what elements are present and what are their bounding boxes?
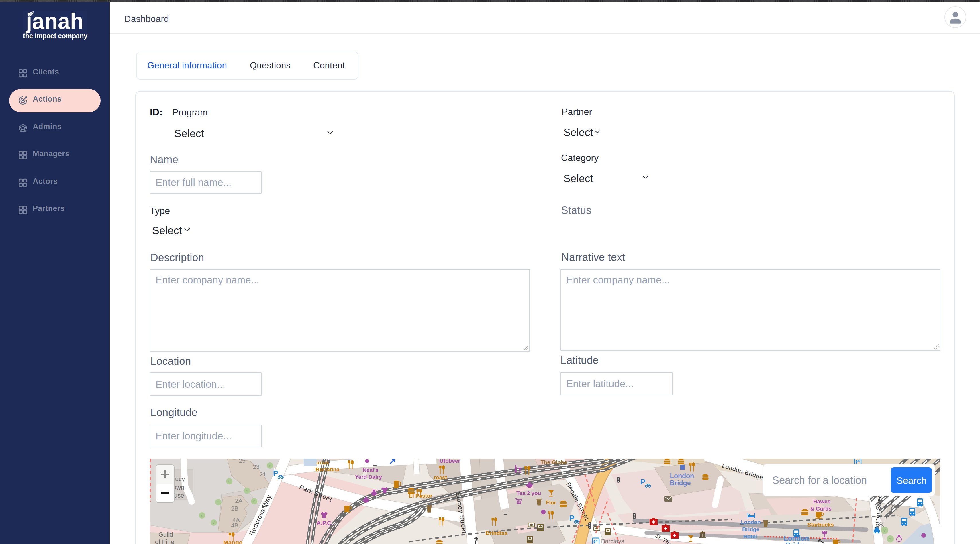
- svg-text:London: London: [670, 472, 694, 480]
- svg-text:London: London: [741, 519, 761, 525]
- svg-text:Barrafina: Barrafina: [315, 466, 340, 473]
- svg-text:Bridge: Bridge: [742, 526, 759, 532]
- svg-text:2B: 2B: [231, 505, 239, 512]
- svg-text:The Globe: The Globe: [541, 459, 567, 465]
- svg-text:Utobeer: Utobeer: [439, 459, 460, 464]
- svg-text:ucy: ucy: [175, 475, 185, 482]
- svg-text:Bridge: Bridge: [670, 479, 691, 487]
- svg-text:Hotel: Hotel: [743, 533, 757, 539]
- svg-text:21: 21: [259, 471, 266, 477]
- svg-text:Bridge: Bridge: [786, 541, 807, 544]
- svg-text:own: own: [173, 484, 184, 491]
- svg-text:Guild: Guild: [159, 531, 173, 538]
- svg-text:2A: 2A: [235, 497, 242, 504]
- svg-text:Flor: Flor: [546, 500, 556, 506]
- svg-text:4B: 4B: [231, 522, 239, 528]
- svg-text:Search for a location: Search for a location: [772, 474, 867, 486]
- svg-text:Starbucks: Starbucks: [808, 522, 834, 528]
- svg-text:use: use: [174, 492, 184, 499]
- svg-text:Search: Search: [897, 475, 927, 486]
- svg-text:Barclays: Barclays: [601, 538, 624, 544]
- svg-text:23: 23: [253, 463, 259, 470]
- svg-text:roast: roast: [434, 474, 447, 481]
- svg-text:& Curtis: & Curtis: [810, 506, 832, 512]
- svg-text:Neal's: Neal's: [363, 467, 378, 473]
- svg-text:Yard Dairy: Yard Dairy: [355, 474, 382, 480]
- svg-text:25: 25: [239, 459, 245, 464]
- svg-text:Hawes: Hawes: [813, 498, 830, 504]
- svg-text:of Fine: of Fine: [155, 538, 174, 544]
- svg-text:Tea 2 you: Tea 2 you: [516, 490, 541, 496]
- svg-text:A.P.C.: A.P.C.: [317, 520, 332, 526]
- svg-text:Brindisa: Brindisa: [486, 530, 508, 536]
